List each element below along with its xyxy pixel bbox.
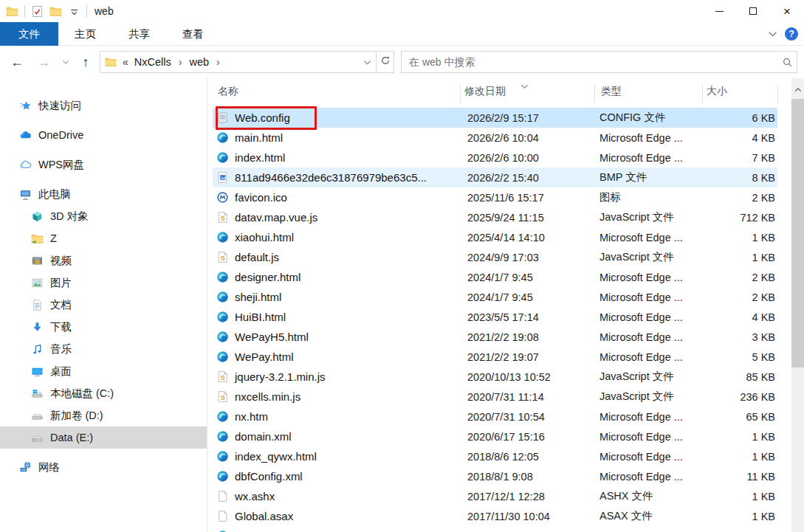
sidebar-item-视频[interactable]: 视频 — [0, 249, 207, 272]
file-row[interactable]: xiaohui.html2025/4/14 14:10Microsoft Edg… — [213, 227, 777, 247]
file-row[interactable] — [213, 526, 777, 532]
red-annotation-rectangle — [216, 106, 317, 130]
tab-文件[interactable]: 文件 — [0, 22, 58, 46]
ribbon-collapse-chevron-icon[interactable] — [768, 27, 777, 41]
sidebar-item-文档[interactable]: 文档 — [0, 294, 207, 316]
column-header-类型[interactable]: 类型 — [601, 85, 622, 98]
breadcrumb-segment[interactable]: NxCells — [133, 56, 173, 68]
file-row[interactable]: dbfConfig.xml2018/8/1 9:08Microsoft Edge… — [213, 466, 777, 486]
sidebar-item-音乐[interactable]: 音乐 — [0, 338, 207, 360]
qat-properties-icon[interactable] — [31, 5, 44, 18]
file-name-cell[interactable]: domain.xml — [216, 426, 464, 446]
help-button[interactable]: ? — [785, 27, 798, 41]
file-name-cell[interactable]: sheji.html — [216, 287, 464, 307]
scrollbar-thumb[interactable] — [791, 99, 804, 367]
maximize-button[interactable] — [736, 0, 770, 22]
breadcrumb-segment[interactable]: web — [188, 56, 210, 68]
sidebar-item-新加卷-d[interactable]: 新加卷 (D:) — [0, 404, 207, 426]
file-name-cell[interactable]: main.html — [216, 128, 464, 148]
file-row[interactable]: 811ad9466e32de6c31876979be63c5...2026/2/… — [213, 167, 777, 187]
sidebar-item-下载[interactable]: 下载 — [0, 316, 207, 338]
file-row[interactable]: index.html2026/2/6 10:00Microsoft Edge .… — [213, 148, 777, 167]
address-bar[interactable]: « NxCells›web› — [100, 51, 377, 73]
sidebar-item-z[interactable]: Z — [0, 227, 207, 249]
sidebar-item-onedrive[interactable]: OneDrive — [0, 124, 207, 146]
sidebar-item-3d-对象[interactable]: 3D 对象 — [0, 205, 207, 227]
up-button[interactable]: ↑ — [75, 46, 96, 78]
file-name-cell[interactable]: Snxcells.min.js — [216, 387, 464, 407]
file-row[interactable]: HuiBI.html2023/5/5 17:14Microsoft Edge .… — [213, 307, 777, 327]
file-name: WePayH5.html — [235, 331, 309, 343]
file-row[interactable]: WePay.html2021/2/2 19:07Microsoft Edge .… — [213, 347, 777, 367]
file-row[interactable]: WePayH5.html2021/2/2 19:08Microsoft Edge… — [213, 327, 777, 347]
file-name-cell[interactable]: WePay.html — [216, 347, 464, 367]
sidebar-item-label: 下载 — [50, 320, 72, 334]
file-row[interactable]: Sdatav.map.vue.js2025/9/24 11:15JavaScri… — [213, 207, 777, 227]
scroll-up-button[interactable] — [791, 78, 804, 99]
file-row[interactable]: Sdefault.js2024/9/9 17:03JavaScript 文件1 … — [213, 247, 777, 267]
sidebar-item-data-e[interactable]: Data (E:) — [0, 426, 207, 449]
recent-locations-chevron-icon[interactable] — [58, 46, 74, 78]
sidebar-item-wps网盘[interactable]: WPS网盘 — [0, 153, 207, 176]
search-input[interactable] — [402, 56, 777, 68]
sidebar-item-桌面[interactable]: 桌面 — [0, 360, 207, 382]
file-row[interactable]: index_qywx.html2018/8/6 12:05Microsoft E… — [213, 446, 777, 466]
file-name-cell[interactable] — [216, 526, 464, 532]
file-name-cell[interactable]: index.html — [216, 148, 464, 167]
file-name-cell[interactable]: nx.htm — [216, 407, 464, 426]
videos-icon — [31, 255, 44, 267]
file-row[interactable]: main.html2026/2/6 10:04Microsoft Edge ..… — [213, 128, 777, 148]
file-size: 4 KB — [685, 128, 775, 148]
tab-查看[interactable]: 查看 — [166, 22, 220, 46]
file-date-modified: 2021/2/2 19:08 — [467, 327, 593, 347]
qat-new-folder-icon[interactable] — [49, 5, 62, 18]
file-name-cell[interactable]: Sdatav.map.vue.js — [216, 207, 464, 227]
file-name-cell[interactable]: Sjquery-3.2.1.min.js — [216, 367, 464, 387]
file-date-modified: 2020/7/31 10:54 — [467, 407, 593, 426]
forward-button[interactable]: → — [32, 46, 55, 78]
file-row[interactable]: wx.ashx2017/12/1 12:28ASHX 文件1 KB — [213, 486, 777, 506]
file-name-cell[interactable]: HuiBI.html — [216, 307, 464, 327]
tab-共享[interactable]: 共享 — [112, 22, 166, 46]
file-row[interactable]: Global.asax2017/11/30 10:04ASAX 文件1 KB — [213, 506, 777, 526]
file-name-cell[interactable]: dbfConfig.xml — [216, 466, 464, 486]
column-header-大小[interactable]: 大小 — [707, 85, 727, 98]
file-name-cell[interactable]: wx.ashx — [216, 486, 464, 506]
column-header-名称[interactable]: 名称 — [218, 85, 238, 98]
search-icon[interactable] — [777, 57, 797, 68]
file-row[interactable]: favicon.ico2025/11/6 15:17图标2 KB — [213, 187, 777, 207]
back-button[interactable]: ← — [6, 46, 28, 78]
ico-file-icon — [216, 191, 229, 204]
file-row[interactable]: domain.xml2020/6/17 15:16Microsoft Edge … — [213, 426, 777, 446]
file-name-cell[interactable]: favicon.ico — [216, 187, 464, 207]
file-name-cell[interactable]: Global.asax — [216, 506, 464, 526]
file-row[interactable]: sheji.html2024/1/7 9:45Microsoft Edge ..… — [213, 287, 777, 307]
file-size: 3 KB — [685, 327, 775, 347]
address-dropdown-chevron-icon[interactable] — [363, 55, 371, 69]
file-name-cell[interactable]: Sdefault.js — [216, 247, 464, 267]
tab-主页[interactable]: 主页 — [58, 22, 112, 46]
edge-file-icon — [216, 410, 229, 423]
sidebar-item-网络[interactable]: 网络 — [0, 456, 207, 478]
refresh-button[interactable] — [377, 51, 394, 73]
file-name-cell[interactable]: 811ad9466e32de6c31876979be63c5... — [216, 167, 464, 187]
sidebar-item-本地磁盘-c[interactable]: 本地磁盘 (C:) — [0, 382, 207, 404]
file-name-cell[interactable]: xiaohui.html — [216, 227, 464, 247]
sidebar-item-快速访问[interactable]: 快速访问 — [0, 94, 207, 117]
qat-customize-dropdown-icon[interactable] — [68, 5, 80, 18]
file-row[interactable]: Snxcells.min.js2020/7/31 11:14JavaScript… — [213, 387, 777, 407]
file-name-cell[interactable]: designer.html — [216, 267, 464, 287]
minimize-button[interactable] — [702, 0, 736, 22]
file-row[interactable]: nx.htm2020/7/31 10:54Microsoft Edge ...6… — [213, 407, 777, 426]
sidebar-item-图片[interactable]: 图片 — [0, 272, 207, 294]
vertical-scrollbar[interactable] — [791, 78, 804, 532]
column-header-修改日期[interactable]: 修改日期 — [464, 85, 506, 98]
js-file-icon: S — [216, 251, 229, 263]
file-row[interactable]: Sjquery-3.2.1.min.js2020/10/13 10:52Java… — [213, 367, 777, 387]
file-name-cell[interactable]: index_qywx.html — [216, 446, 464, 466]
file-name-cell[interactable]: WePayH5.html — [216, 327, 464, 347]
search-box[interactable] — [401, 51, 797, 73]
sidebar-item-此电脑[interactable]: 此电脑 — [0, 183, 207, 205]
file-row[interactable]: designer.html2024/1/7 9:45Microsoft Edge… — [213, 267, 777, 287]
close-button[interactable]: × — [770, 0, 804, 22]
